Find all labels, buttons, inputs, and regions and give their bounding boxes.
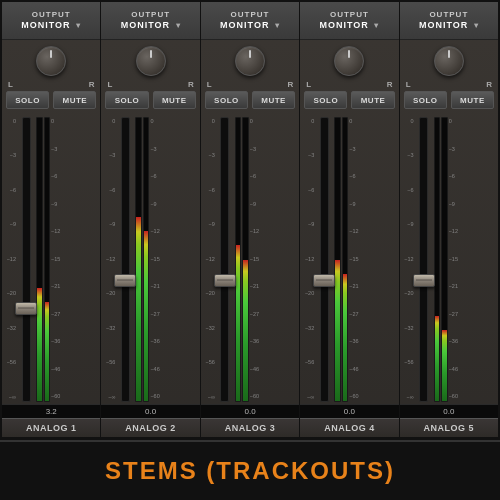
scale-label: −6 — [3, 188, 16, 194]
scale-label: −56 — [3, 360, 16, 366]
solo-button-4[interactable]: SOLO — [304, 91, 347, 109]
scale-label: −46 — [51, 367, 63, 373]
channel-value-3: 0.0 — [201, 404, 299, 418]
scale-label: −36 — [150, 339, 162, 345]
solo-button-3[interactable]: SOLO — [205, 91, 248, 109]
right-scale-3: 0−3−6−9−12−15−21−27−36−46−60 — [250, 117, 262, 402]
bottom-title-bar: STEMS (TRACKOUTS) — [0, 440, 500, 500]
solo-mute-row-5: SOLO MUTE — [400, 91, 498, 115]
scale-label: 0 — [51, 119, 63, 125]
meter-bar-l-1 — [36, 117, 43, 402]
meter-bar-l-2 — [135, 117, 142, 402]
scale-label: −9 — [301, 222, 314, 228]
fader-meter-1: 0−3−6−9−12−20−32−56−∞0−3−6−9−12−15−21−27… — [2, 115, 100, 404]
fader-col-2 — [116, 117, 134, 402]
channel-name-4: ANALOG 4 — [300, 418, 398, 438]
scale-label: −9 — [202, 222, 215, 228]
meter-section-3 — [235, 117, 249, 402]
scale-label: 0 — [349, 119, 361, 125]
fader-meter-3: 0−3−6−9−12−20−32−56−∞0−3−6−9−12−15−21−27… — [201, 115, 299, 404]
lr-labels-5: L R — [400, 80, 498, 89]
stems-title: STEMS (TRACKOUTS) — [105, 457, 395, 485]
scale-label: −32 — [102, 326, 115, 332]
scale-label: −3 — [401, 153, 414, 159]
knob-5[interactable] — [434, 46, 464, 76]
channel-value-5: 0.0 — [400, 404, 498, 418]
scale-label: 0 — [102, 119, 115, 125]
scale-label: −∞ — [301, 395, 314, 401]
scale-label: 0 — [3, 119, 16, 125]
meter-fill-r-4 — [343, 274, 348, 401]
lr-labels-4: L R — [300, 80, 398, 89]
scale-label: −3 — [449, 147, 461, 153]
knob-2[interactable] — [136, 46, 166, 76]
mute-button-4[interactable]: MUTE — [351, 91, 394, 109]
fader-thumb-5[interactable] — [413, 274, 435, 287]
scale-label: −56 — [401, 360, 414, 366]
header-bottom-1: MONITOR ▾ — [21, 20, 81, 31]
channel-strip-1: OUTPUT MONITOR ▾ L R SOLO MUTE 0−3−6−9−1… — [2, 2, 101, 438]
fader-thumb-4[interactable] — [313, 274, 335, 287]
meter-bar-r-5 — [441, 117, 448, 402]
scale-label: −36 — [449, 339, 461, 345]
r-label-1: R — [89, 80, 95, 89]
r-label-5: R — [486, 80, 492, 89]
scale-label: −12 — [250, 229, 262, 235]
solo-button-2[interactable]: SOLO — [105, 91, 148, 109]
lr-labels-3: L R — [201, 80, 299, 89]
channel-value-2: 0.0 — [101, 404, 199, 418]
fader-track-4 — [320, 117, 329, 402]
left-scale-2: 0−3−6−9−12−20−32−56−∞ — [102, 117, 115, 402]
meter-section-5 — [434, 117, 448, 402]
scale-label: −3 — [202, 153, 215, 159]
header-bottom-5: MONITOR ▾ — [419, 20, 479, 31]
mute-button-5[interactable]: MUTE — [451, 91, 494, 109]
scale-label: −12 — [401, 257, 414, 263]
scale-label: −27 — [51, 312, 63, 318]
scale-label: −12 — [449, 229, 461, 235]
fader-track-1 — [22, 117, 31, 402]
scale-label: −∞ — [401, 395, 414, 401]
right-scale-1: 0−3−6−9−12−15−21−27−36−46−60 — [51, 117, 63, 402]
scale-label: −27 — [150, 312, 162, 318]
scale-label: −32 — [202, 326, 215, 332]
meter-fill-l-2 — [136, 217, 141, 401]
mute-button-2[interactable]: MUTE — [153, 91, 196, 109]
channel-header-4: OUTPUT MONITOR ▾ — [300, 2, 398, 40]
channel-name-1: ANALOG 1 — [2, 418, 100, 438]
meter-fill-r-3 — [243, 260, 248, 402]
mute-button-3[interactable]: MUTE — [252, 91, 295, 109]
channel-header-1: OUTPUT MONITOR ▾ — [2, 2, 100, 40]
scale-label: −36 — [250, 339, 262, 345]
scale-label: −12 — [102, 257, 115, 263]
scale-label: −32 — [401, 326, 414, 332]
channel-name-5: ANALOG 5 — [400, 418, 498, 438]
knob-4[interactable] — [334, 46, 364, 76]
solo-button-5[interactable]: SOLO — [404, 91, 447, 109]
scale-label: −15 — [449, 257, 461, 263]
fader-thumb-3[interactable] — [214, 274, 236, 287]
fader-thumb-2[interactable] — [114, 274, 136, 287]
fader-track-3 — [220, 117, 229, 402]
meter-bar-r-2 — [143, 117, 150, 402]
solo-mute-row-1: SOLO MUTE — [2, 91, 100, 115]
scale-label: 0 — [449, 119, 461, 125]
mute-button-1[interactable]: MUTE — [53, 91, 96, 109]
l-label-2: L — [107, 80, 112, 89]
channel-header-3: OUTPUT MONITOR ▾ — [201, 2, 299, 40]
scale-label: −9 — [401, 222, 414, 228]
meter-bar-r-1 — [44, 117, 51, 402]
scale-label: −3 — [349, 147, 361, 153]
meter-fill-r-1 — [45, 302, 50, 401]
knob-3[interactable] — [235, 46, 265, 76]
fader-thumb-1[interactable] — [15, 302, 37, 315]
channel-strip-5: OUTPUT MONITOR ▾ L R SOLO MUTE 0−3−6−9−1… — [400, 2, 498, 438]
scale-label: −60 — [150, 394, 162, 400]
knob-1[interactable] — [36, 46, 66, 76]
fader-meter-2: 0−3−6−9−12−20−32−56−∞0−3−6−9−12−15−21−27… — [101, 115, 199, 404]
solo-button-1[interactable]: SOLO — [6, 91, 49, 109]
scale-label: −6 — [349, 174, 361, 180]
scale-label: −12 — [349, 229, 361, 235]
scale-label: −21 — [449, 284, 461, 290]
scale-label: −6 — [449, 174, 461, 180]
